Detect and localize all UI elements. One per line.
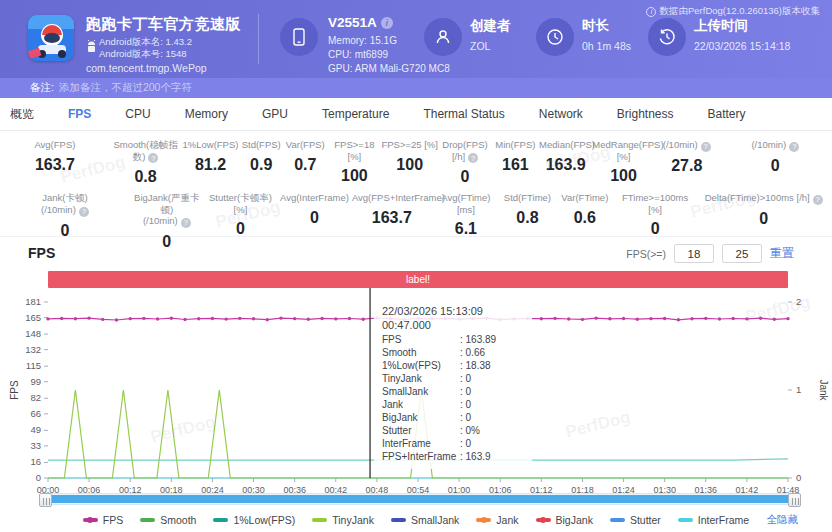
creator-value: ZOL [470, 40, 490, 52]
tab-network[interactable]: Network [539, 107, 583, 121]
brush-track[interactable] [44, 493, 796, 505]
tab-bar: 概览FPSCPUMemoryGPUTemperatureThermal Stat… [0, 98, 832, 131]
fps-threshold-input-2[interactable] [722, 244, 762, 263]
grip-icon [43, 498, 50, 505]
legend-marker-icon [678, 518, 693, 522]
stat-cell: Drop(FPS) [/h]?0 [438, 139, 491, 186]
svg-text:82: 82 [30, 392, 41, 403]
legend-label: SmallJank [411, 514, 459, 526]
tab-battery[interactable]: Battery [708, 107, 746, 121]
legend-label: Smooth [160, 514, 196, 526]
tab-temperature[interactable]: Temperature [322, 107, 389, 121]
stat-label: Var(FTime) [555, 192, 615, 204]
chart-tooltip: 22/03/2026 15:13:09 00:47.000 FPS: 163.8… [374, 300, 532, 469]
legend-item-stutter[interactable]: Stutter [610, 514, 661, 526]
svg-text:115: 115 [26, 360, 41, 371]
phone-icon [280, 18, 318, 56]
legend-item-jank[interactable]: Jank [476, 514, 518, 526]
chart-legend: FPSSmooth1%Low(FPS)TinyJankSmallJankJank… [0, 507, 832, 532]
legend-item-interframe[interactable]: InterFrame [678, 514, 749, 526]
help-icon[interactable]: ? [468, 153, 478, 163]
help-icon[interactable]: ? [148, 153, 158, 163]
legend-marker-icon [213, 518, 228, 522]
brush-handle-right[interactable] [788, 493, 801, 507]
tab-gpu[interactable]: GPU [262, 107, 288, 121]
brush-selection[interactable] [51, 495, 789, 503]
stat-label: MedRange(FPS)[%] [592, 139, 654, 162]
help-icon[interactable]: ? [181, 218, 191, 228]
legend-item-smooth[interactable]: Smooth [140, 514, 196, 526]
tooltip-series-value: : 0 [460, 437, 471, 450]
tab-cpu[interactable]: CPU [125, 107, 150, 121]
legend-dot-icon [87, 517, 93, 523]
legend-label: TinyJank [332, 514, 374, 526]
stat-value: 0.8 [110, 168, 182, 186]
help-icon[interactable]: ? [789, 142, 799, 152]
tooltip-series-value: : 163.9 [460, 450, 491, 463]
stat-value: 100 [328, 167, 381, 185]
stat-value: 27.8 [655, 157, 719, 175]
legend-label: FPS [103, 514, 123, 526]
legend-dot-icon [540, 517, 546, 523]
stat-label: 1%Low(FPS) [181, 139, 239, 151]
help-icon[interactable]: ? [79, 207, 89, 217]
help-icon[interactable]: ? [813, 195, 823, 205]
stat-label: Drop(FPS) [/h]? [438, 139, 491, 163]
stat-cell: Min(FPS)161 [492, 139, 539, 186]
tab-概览[interactable]: 概览 [10, 106, 34, 123]
legend-label: 1%Low(FPS) [233, 514, 295, 526]
tab-fps[interactable]: FPS [68, 107, 91, 121]
stat-label: Std(FTime) [500, 192, 555, 204]
duration-icon [536, 18, 574, 56]
legend-label: InterFrame [698, 514, 749, 526]
device-model: V2551Ai [328, 15, 393, 30]
fps-chart-area: label! 016334966829911513214816518101200… [0, 268, 832, 492]
device-info-icon[interactable]: i [381, 17, 393, 29]
hide-all-link[interactable]: 全隐藏 [767, 513, 799, 527]
duration-value: 0h 1m 48s [582, 40, 631, 52]
android-version-code: Android版本号: 1548 [99, 48, 192, 60]
tab-brightness[interactable]: Brightness [617, 107, 674, 121]
tooltip-series-name: Smooth [382, 346, 460, 359]
svg-text:1: 1 [796, 384, 801, 395]
tab-thermal-status[interactable]: Thermal Status [423, 107, 504, 121]
stat-label: Delta(FTime)>100ms [/h]? [695, 192, 831, 205]
svg-text:99: 99 [30, 376, 41, 387]
stat-value: 0.8 [500, 209, 555, 227]
reset-button[interactable]: 重置 [770, 245, 794, 262]
legend-marker-icon [312, 518, 327, 522]
stat-value: 0 [719, 157, 832, 175]
tooltip-series-value: : 0 [460, 411, 471, 424]
stat-value: 163.7 [352, 209, 432, 227]
tooltip-row: SmallJank: 0 [382, 385, 524, 398]
stat-label: Avg(InterFrame) [277, 192, 352, 204]
remark-bar[interactable]: 备注: 添加备注，不超过200个字符 [0, 78, 832, 98]
tooltip-row: FPS+InterFrame: 163.9 [382, 450, 524, 463]
legend-item-bigjank[interactable]: BigJank [536, 514, 593, 526]
tooltip-row: Jank: 0 [382, 398, 524, 411]
tab-memory[interactable]: Memory [185, 107, 228, 121]
help-icon[interactable]: ? [701, 142, 711, 152]
legend-marker-icon [140, 518, 155, 522]
stat-cell: MedRange(FPS)[%]100 [592, 139, 654, 186]
stat-label: Avg(FPS+InterFrame) [352, 192, 432, 204]
chart-label-bar[interactable]: label! [48, 271, 788, 288]
stat-cell: 1%Low(FPS)81.2 [181, 139, 239, 186]
tooltip-series-value: : 18.38 [460, 359, 491, 372]
tooltip-series-value: : 0 [460, 398, 471, 411]
legend-item-tinyjank[interactable]: TinyJank [312, 514, 374, 526]
legend-item-fps[interactable]: FPS [83, 514, 123, 526]
legend-item-1-low-fps-[interactable]: 1%Low(FPS) [213, 514, 295, 526]
android-icon [86, 39, 97, 57]
brush-handle-left[interactable] [39, 493, 52, 507]
remark-label: 备注: [30, 81, 54, 95]
stat-label: Min(FPS) [492, 139, 539, 151]
svg-text:148: 148 [25, 328, 41, 339]
legend-marker-icon [610, 518, 625, 522]
svg-text:165: 165 [25, 312, 41, 323]
stat-cell: FPS>=18 [%]100 [328, 139, 381, 186]
android-version-name: Android版本名: 1.43.2 [99, 36, 192, 48]
legend-item-smalljank[interactable]: SmallJank [391, 514, 459, 526]
stat-label: Avg(FTime) [ms] [432, 192, 500, 215]
fps-threshold-input-1[interactable] [674, 244, 714, 263]
